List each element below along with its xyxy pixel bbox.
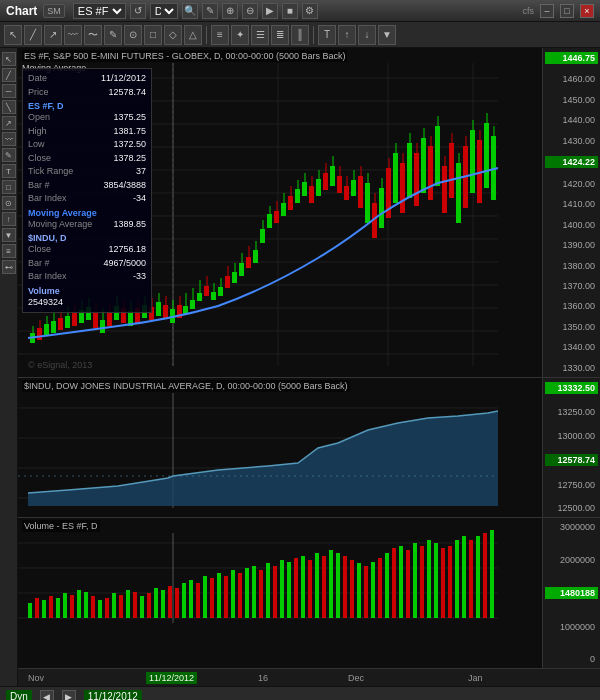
svg-rect-61 bbox=[330, 166, 335, 186]
tool-grid[interactable]: ≣ bbox=[271, 25, 289, 45]
svg-rect-198 bbox=[266, 563, 270, 618]
tool-circle[interactable]: ⊙ bbox=[124, 25, 142, 45]
max-btn[interactable]: □ bbox=[560, 4, 574, 18]
svg-rect-31 bbox=[225, 276, 230, 288]
settings-icon[interactable]: ⚙ bbox=[302, 3, 318, 19]
lt-text[interactable]: T bbox=[2, 164, 16, 178]
lt-rect[interactable]: □ bbox=[2, 180, 16, 194]
lt-measure[interactable]: ⊷ bbox=[2, 260, 16, 274]
tool-ray[interactable]: ↗ bbox=[44, 25, 62, 45]
min-btn[interactable]: – bbox=[540, 4, 554, 18]
play-icon[interactable]: ▶ bbox=[262, 3, 278, 19]
svg-rect-119 bbox=[65, 316, 70, 328]
stop-icon[interactable]: ■ bbox=[282, 3, 298, 19]
lt-tline[interactable]: ╲ bbox=[2, 100, 16, 114]
nav-next-btn[interactable]: ▶ bbox=[62, 690, 76, 701]
svg-rect-189 bbox=[203, 576, 207, 618]
djia-chart[interactable]: $INDU, DOW JONES INDUSTRIAL AVERAGE, D, … bbox=[18, 378, 600, 518]
djia-price-scale: 13332.50 13250.00 13000.00 12578.74 1275… bbox=[542, 378, 600, 517]
tool-marker[interactable]: ▼ bbox=[378, 25, 396, 45]
svg-rect-167 bbox=[49, 596, 53, 618]
svg-rect-175 bbox=[105, 598, 109, 618]
pencil-icon[interactable]: ✎ bbox=[202, 3, 218, 19]
svg-rect-200 bbox=[280, 560, 284, 618]
svg-rect-199 bbox=[273, 566, 277, 618]
zoom-out-icon[interactable]: ⊖ bbox=[242, 3, 258, 19]
tool-lines[interactable]: ☰ bbox=[251, 25, 269, 45]
titlebar: Chart SM ES #F ↺ D 🔍 ✎ ⊕ ⊖ ▶ ■ ⚙ cfs – □… bbox=[0, 0, 600, 22]
tool-text[interactable]: T bbox=[318, 25, 336, 45]
svg-rect-117 bbox=[58, 318, 63, 330]
djia-13250: 13250.00 bbox=[545, 407, 598, 417]
vol-highlight: 1480188 bbox=[545, 587, 598, 599]
volume-price-scale: 3000000 2000000 1480188 1000000 0 bbox=[542, 518, 600, 668]
tool-diamond[interactable]: ◇ bbox=[164, 25, 182, 45]
svg-rect-226 bbox=[462, 536, 466, 618]
refresh-btn[interactable]: ↺ bbox=[130, 3, 146, 19]
tool-line[interactable]: ╱ bbox=[24, 25, 42, 45]
main-chart-title: ES #F, S&P 500 E-MINI FUTURES - GLOBEX, … bbox=[22, 50, 347, 62]
tool-arrow[interactable]: ↖ bbox=[4, 25, 22, 45]
tool-bars[interactable]: ║ bbox=[291, 25, 309, 45]
svg-rect-55 bbox=[309, 186, 314, 203]
interval-select[interactable]: D bbox=[150, 3, 178, 19]
zoom-icon[interactable]: ⊕ bbox=[222, 3, 238, 19]
indu-close-label: Close bbox=[28, 243, 51, 257]
app-title: Chart bbox=[6, 4, 37, 18]
svg-rect-216 bbox=[392, 548, 396, 618]
lt-curve[interactable]: 〰 bbox=[2, 132, 16, 146]
djia-chart-svg bbox=[18, 378, 558, 518]
price-1450: 1450.00 bbox=[545, 95, 598, 105]
volume-chart-title: Volume - ES #F, D bbox=[22, 520, 100, 532]
lt-circle[interactable]: ⊙ bbox=[2, 196, 16, 210]
svg-rect-186 bbox=[182, 583, 186, 618]
tool-pencil[interactable]: ✎ bbox=[104, 25, 122, 45]
svg-rect-168 bbox=[56, 598, 60, 618]
tool-down-arrow[interactable]: ↓ bbox=[358, 25, 376, 45]
svg-rect-176 bbox=[112, 593, 116, 618]
svg-rect-193 bbox=[231, 570, 235, 618]
high-label: High bbox=[28, 125, 47, 139]
price-1330: 1330.00 bbox=[545, 363, 598, 373]
lt-pointer[interactable]: ↖ bbox=[2, 52, 16, 66]
svg-rect-203 bbox=[301, 556, 305, 618]
lt-ray[interactable]: ↗ bbox=[2, 116, 16, 130]
bar-index-value: -34 bbox=[133, 192, 146, 206]
svg-rect-202 bbox=[294, 558, 298, 618]
indu-index-label: Bar Index bbox=[28, 270, 67, 284]
svg-rect-174 bbox=[98, 600, 102, 618]
nav-prev-btn[interactable]: ◀ bbox=[40, 690, 54, 701]
svg-rect-57 bbox=[316, 179, 321, 196]
svg-rect-197 bbox=[259, 570, 263, 618]
lt-fib[interactable]: ≡ bbox=[2, 244, 16, 258]
svg-rect-191 bbox=[217, 573, 221, 618]
main-price-chart[interactable]: ES #F, S&P 500 E-MINI FUTURES - GLOBEX, … bbox=[18, 48, 600, 378]
tool-fib[interactable]: ≡ bbox=[211, 25, 229, 45]
toolbar: ↖ ╱ ↗ 〰 〜 ✎ ⊙ □ ◇ △ ≡ ✦ ☰ ≣ ║ T ↑ ↓ ▼ bbox=[0, 22, 600, 48]
djia-12500: 12500.00 bbox=[545, 503, 598, 513]
lt-hline[interactable]: ─ bbox=[2, 84, 16, 98]
svg-rect-170 bbox=[70, 595, 74, 618]
svg-rect-85 bbox=[414, 153, 419, 206]
svg-rect-230 bbox=[490, 530, 494, 618]
volume-chart[interactable]: Volume - ES #F, D bbox=[18, 518, 600, 668]
lt-arrow[interactable]: ↑ bbox=[2, 212, 16, 226]
svg-rect-227 bbox=[469, 540, 473, 618]
low-label: Low bbox=[28, 138, 45, 152]
svg-rect-131 bbox=[107, 313, 112, 326]
tool-star[interactable]: ✦ bbox=[231, 25, 249, 45]
lt-pencil[interactable]: ✎ bbox=[2, 148, 16, 162]
tool-curve[interactable]: 〰 bbox=[64, 25, 82, 45]
svg-rect-178 bbox=[126, 590, 130, 618]
tool-wave[interactable]: 〜 bbox=[84, 25, 102, 45]
price-value: 12578.74 bbox=[108, 86, 146, 100]
symbol-select[interactable]: ES #F bbox=[73, 3, 126, 19]
lt-marker[interactable]: ▼ bbox=[2, 228, 16, 242]
search-icon[interactable]: 🔍 bbox=[182, 3, 198, 19]
svg-rect-53 bbox=[302, 182, 307, 196]
tool-up-arrow[interactable]: ↑ bbox=[338, 25, 356, 45]
tool-rect[interactable]: □ bbox=[144, 25, 162, 45]
close-btn[interactable]: × bbox=[580, 4, 594, 18]
tool-triangle[interactable]: △ bbox=[184, 25, 202, 45]
lt-line[interactable]: ╱ bbox=[2, 68, 16, 82]
